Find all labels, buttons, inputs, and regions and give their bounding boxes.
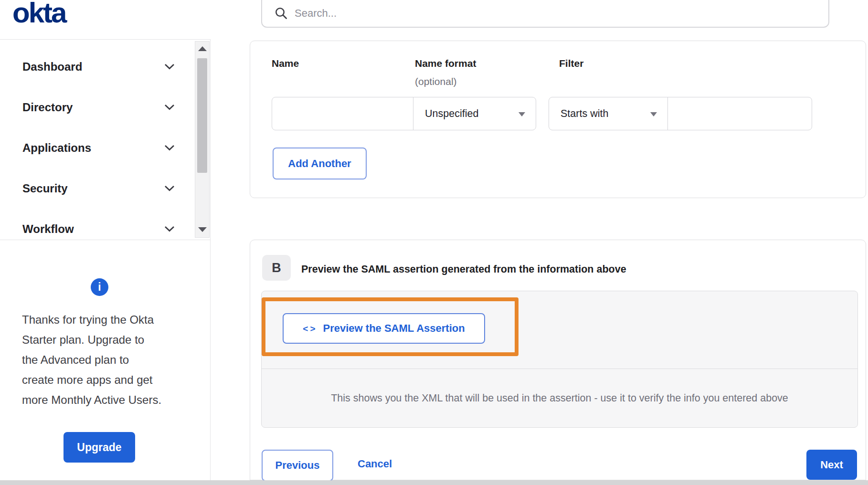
filter-value-input[interactable] — [667, 97, 812, 130]
sidebar-item-security[interactable]: Security — [0, 168, 195, 209]
sidebar-item-label: Security — [22, 182, 68, 195]
sidebar-item-label: Dashboard — [22, 60, 82, 74]
upgrade-message-line: Starter plan. Upgrade to — [22, 330, 187, 350]
chevron-down-icon — [164, 145, 175, 151]
code-icon: <> — [303, 323, 317, 334]
upgrade-message: Thanks for trying the Okta Starter plan.… — [22, 310, 187, 410]
chevron-down-icon — [164, 63, 175, 70]
filter-column-header: Filter — [559, 58, 583, 69]
name-format-select[interactable]: Unspecified — [413, 97, 536, 130]
sidebar-item-applications[interactable]: Applications — [0, 127, 195, 168]
select-caret-icon — [519, 112, 525, 116]
filter-type-select[interactable]: Starts with — [549, 97, 668, 130]
upgrade-message-line: the Advanced plan to — [22, 350, 187, 370]
sidebar-item-label: Applications — [22, 141, 91, 155]
okta-admin-console: okta Dashboard Directory Applications Se… — [0, 0, 868, 485]
viewport-bottom-strip — [0, 480, 868, 485]
sidebar-item-directory[interactable]: Directory — [0, 87, 195, 127]
sidebar-nav: Dashboard Directory Applications Securit… — [0, 39, 211, 240]
sidebar-item-label: Workflow — [22, 222, 74, 236]
name-format-column-header: Name format — [415, 58, 476, 69]
add-another-button[interactable]: Add Another — [273, 148, 367, 179]
scrollbar-thumb[interactable] — [197, 58, 207, 173]
search-input[interactable] — [295, 7, 819, 20]
info-icon: i — [91, 278, 108, 296]
preview-saml-card: B Preview the SAML assertion generated f… — [250, 240, 866, 480]
upgrade-message-line: more Monthly Active Users. — [22, 390, 187, 410]
global-search[interactable] — [261, 0, 829, 28]
search-icon — [275, 7, 288, 20]
sidebar-item-dashboard[interactable]: Dashboard — [0, 46, 195, 87]
preview-saml-assertion-button[interactable]: <> Preview the SAML Assertion — [283, 313, 485, 344]
select-caret-icon — [650, 112, 657, 116]
preview-section-title: Preview the SAML assertion generated fro… — [301, 264, 626, 275]
step-b-badge: B — [262, 255, 291, 281]
filter-type-selected-value: Starts with — [561, 108, 608, 120]
preview-button-label: Preview the SAML Assertion — [323, 322, 465, 335]
attribute-name-input[interactable] — [272, 97, 413, 130]
previous-button[interactable]: Previous — [262, 450, 333, 481]
scroll-down-icon[interactable] — [198, 227, 207, 232]
name-column-header: Name — [272, 58, 299, 69]
next-button[interactable]: Next — [806, 450, 857, 480]
chevron-down-icon — [164, 104, 175, 110]
name-format-optional-note: (optional) — [415, 76, 457, 87]
chevron-down-icon — [164, 226, 175, 232]
upgrade-promo-panel: i Thanks for trying the Okta Starter pla… — [0, 240, 211, 480]
preview-panel: This shows you the XML that will be used… — [261, 291, 858, 428]
sidebar-item-label: Directory — [22, 101, 73, 114]
scroll-up-icon[interactable] — [198, 46, 207, 51]
cancel-link[interactable]: Cancel — [358, 458, 392, 470]
upgrade-message-line: create more apps and get — [22, 370, 187, 390]
name-format-selected-value: Unspecified — [425, 108, 478, 120]
okta-logo[interactable]: okta — [12, 0, 65, 28]
upgrade-message-line: Thanks for trying the Okta — [22, 310, 187, 330]
preview-description: This shows you the XML that will be used… — [262, 369, 857, 427]
upgrade-button[interactable]: Upgrade — [64, 432, 135, 463]
sidebar-scrollbar[interactable] — [195, 41, 210, 238]
attribute-statements-card: Name Name format (optional) Filter Unspe… — [250, 41, 866, 198]
chevron-down-icon — [164, 185, 175, 191]
